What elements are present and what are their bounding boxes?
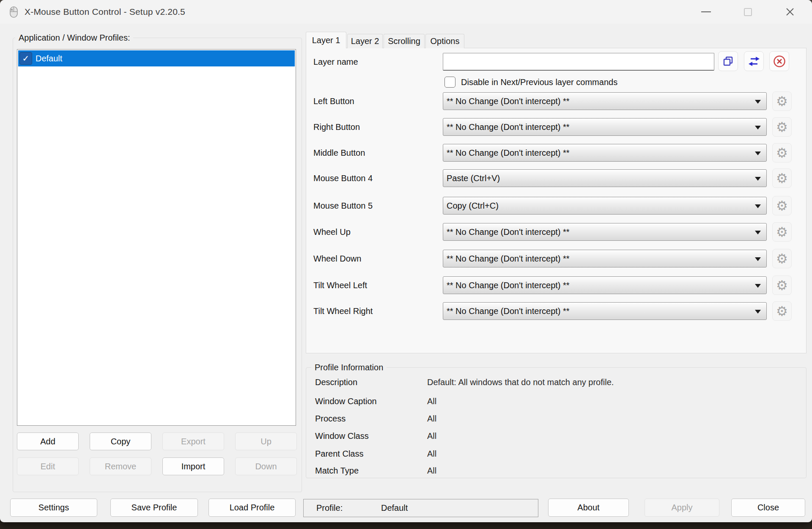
button-label: Down	[255, 462, 277, 471]
remove-profile-button[interactable]: Remove	[90, 457, 151, 475]
wheel-down-label: Wheel Down	[313, 253, 361, 264]
right-button-settings-button[interactable]: ⚙	[772, 117, 792, 137]
layer-name-input[interactable]	[443, 53, 714, 71]
save-profile-button[interactable]: Save Profile	[110, 499, 198, 517]
left-button-select[interactable]: ** No Change (Don't intercept) **	[443, 92, 767, 110]
close-window-button[interactable]	[776, 3, 804, 21]
swap-layers-button[interactable]	[744, 51, 764, 71]
tab-layer-2[interactable]: Layer 2	[347, 34, 383, 48]
current-profile-value: Default	[381, 503, 408, 513]
tilt-wheel-left-settings-button[interactable]: ⚙	[772, 276, 792, 295]
titlebar[interactable]: X-Mouse Button Control - Setup v2.20.5	[0, 0, 812, 24]
button-label: Export	[181, 437, 206, 446]
profile-info-title: Profile Information	[311, 362, 387, 372]
edit-profile-button[interactable]: Edit	[17, 457, 79, 475]
copy-profile-button[interactable]: Copy	[90, 433, 151, 450]
gear-icon: ⚙	[776, 146, 788, 160]
profile-enabled-checkbox[interactable]: ✓	[19, 52, 32, 65]
mapping-row: Tilt Wheel Right ** No Change (Don't int…	[0, 301, 812, 321]
wheel-up-settings-button[interactable]: ⚙	[772, 222, 792, 242]
window-title: X-Mouse Button Control - Setup v2.20.5	[25, 0, 185, 24]
tab-scrolling[interactable]: Scrolling	[384, 34, 425, 48]
left-button-settings-button[interactable]: ⚙	[772, 91, 792, 111]
mapping-row: Mouse Button 5 Copy (Ctrl+C) ⚙	[0, 196, 812, 215]
right-button-label: Right Button	[313, 122, 360, 132]
close-button[interactable]: Close	[731, 499, 805, 517]
chevron-down-icon	[755, 257, 761, 261]
mouse-button-5-settings-button[interactable]: ⚙	[772, 196, 792, 215]
disable-layer-label: Disable in Next/Previous layer commands	[461, 77, 617, 87]
profile-list-item[interactable]: ✓ Default	[18, 50, 295, 66]
chevron-down-icon	[755, 126, 761, 129]
combo-value: ** No Change (Don't intercept) **	[447, 306, 570, 316]
window-caption-label: Window Caption	[315, 396, 377, 406]
left-button-label: Left Button	[313, 96, 354, 106]
current-profile-label: Profile:	[316, 503, 343, 513]
chevron-down-icon	[755, 284, 761, 288]
button-label: Apply	[671, 503, 692, 512]
profiles-group-label: Application / Window Profiles:	[15, 33, 133, 43]
current-profile-box: Profile: Default	[303, 499, 538, 517]
mouse-button-4-select[interactable]: Paste (Ctrl+V)	[443, 169, 767, 187]
button-label: Settings	[38, 503, 69, 512]
right-button-select[interactable]: ** No Change (Don't intercept) **	[443, 118, 767, 136]
chevron-down-icon	[755, 100, 761, 104]
gear-icon: ⚙	[776, 172, 788, 185]
wheel-down-settings-button[interactable]: ⚙	[772, 249, 792, 268]
combo-value: ** No Change (Don't intercept) **	[447, 122, 570, 132]
process-value: All	[427, 413, 436, 424]
button-label: Add	[40, 437, 55, 446]
button-label: Save Profile	[132, 503, 177, 512]
move-up-button[interactable]: Up	[235, 433, 297, 450]
chevron-down-icon	[755, 152, 761, 155]
tab-options[interactable]: Options	[425, 34, 464, 48]
add-profile-button[interactable]: Add	[17, 433, 79, 450]
apply-button[interactable]: Apply	[645, 499, 719, 517]
check-icon: ✓	[22, 54, 30, 63]
export-profile-button[interactable]: Export	[162, 433, 224, 450]
window-caption-value: All	[427, 396, 436, 406]
middle-button-select[interactable]: ** No Change (Don't intercept) **	[443, 144, 767, 162]
tab-label: Layer 1	[312, 36, 340, 45]
combo-value: ** No Change (Don't intercept) **	[447, 227, 570, 237]
mapping-row: Left Button ** No Change (Don't intercep…	[0, 91, 812, 111]
wheel-up-label: Wheel Up	[313, 227, 351, 237]
mapping-row: Right Button ** No Change (Don't interce…	[0, 117, 812, 137]
desktop: X-Mouse Button Control - Setup v2.20.5 A…	[0, 0, 812, 529]
button-label: Up	[261, 437, 272, 446]
mapping-row: Mouse Button 4 Paste (Ctrl+V) ⚙	[0, 168, 812, 188]
import-profile-button[interactable]: Import	[162, 457, 224, 475]
minimize-button[interactable]	[692, 3, 719, 21]
load-profile-button[interactable]: Load Profile	[208, 499, 296, 517]
tilt-wheel-right-select[interactable]: ** No Change (Don't intercept) **	[443, 302, 767, 320]
maximize-button[interactable]	[734, 3, 761, 21]
about-button[interactable]: About	[548, 499, 629, 517]
wheel-down-select[interactable]: ** No Change (Don't intercept) **	[443, 250, 767, 267]
tilt-wheel-right-settings-button[interactable]: ⚙	[772, 301, 792, 321]
clear-layer-button[interactable]	[769, 51, 789, 71]
copy-icon	[722, 55, 734, 67]
close-icon	[785, 7, 795, 17]
combo-value: Copy (Ctrl+C)	[447, 201, 499, 211]
gear-icon: ⚙	[776, 95, 788, 108]
middle-button-settings-button[interactable]: ⚙	[772, 143, 792, 163]
button-label: Import	[181, 462, 206, 471]
tilt-wheel-left-select[interactable]: ** No Change (Don't intercept) **	[443, 276, 767, 294]
tilt-wheel-left-label: Tilt Wheel Left	[313, 280, 367, 290]
move-down-button[interactable]: Down	[235, 457, 297, 475]
tab-label: Scrolling	[388, 36, 420, 46]
tab-layer-1[interactable]: Layer 1	[306, 32, 346, 48]
copy-layer-button[interactable]	[718, 51, 738, 71]
tab-label: Options	[431, 36, 460, 46]
mouse-button-5-select[interactable]: Copy (Ctrl+C)	[443, 197, 767, 215]
settings-button[interactable]: Settings	[10, 499, 97, 517]
gear-icon: ⚙	[776, 305, 788, 318]
disable-layer-checkbox[interactable]	[444, 77, 455, 88]
combo-value: ** No Change (Don't intercept) **	[447, 96, 570, 106]
xmouse-window: X-Mouse Button Control - Setup v2.20.5 A…	[0, 0, 812, 522]
description-value: Default: All windows that do not match a…	[427, 377, 614, 387]
mouse-button-4-settings-button[interactable]: ⚙	[772, 168, 792, 188]
combo-value: ** No Change (Don't intercept) **	[447, 281, 570, 290]
wheel-up-select[interactable]: ** No Change (Don't intercept) **	[443, 223, 767, 241]
match-type-value: All	[427, 466, 436, 476]
